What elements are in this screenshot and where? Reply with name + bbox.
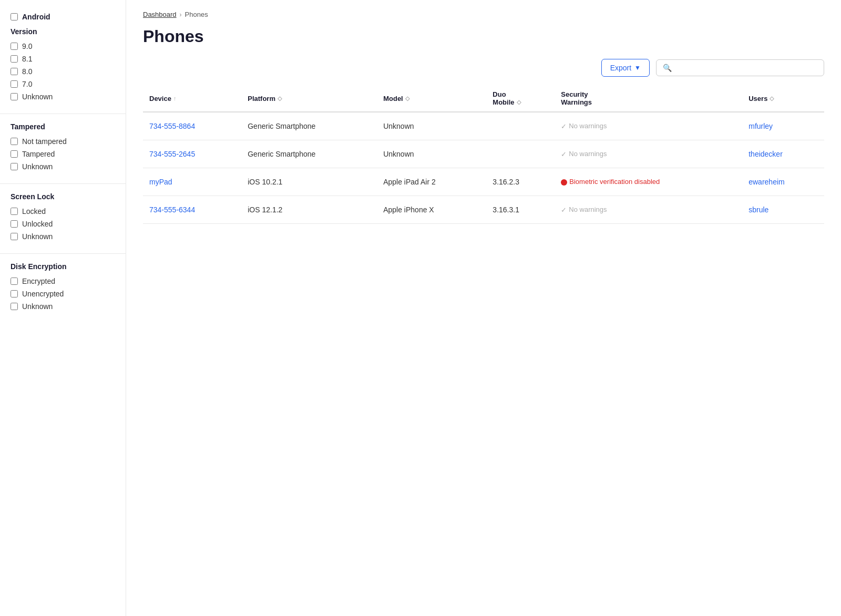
model-value: Apple iPhone X bbox=[383, 206, 434, 214]
col-device[interactable]: Device ↑ bbox=[143, 85, 241, 112]
cell-security: ✓ No warnings bbox=[555, 112, 742, 140]
list-item: Unencrypted bbox=[11, 288, 115, 300]
android-checkbox[interactable] bbox=[11, 13, 18, 20]
not-tampered-label: Not tampered bbox=[22, 137, 67, 146]
user-link[interactable]: mfurley bbox=[748, 122, 773, 130]
cell-model: Apple iPhone X bbox=[377, 196, 486, 224]
screen-lock-title: Screen Lock bbox=[11, 192, 115, 201]
col-duo-mobile-label2: Mobile ◇ bbox=[493, 98, 520, 106]
list-item: Unknown bbox=[11, 160, 115, 173]
no-warnings-indicator: ✓ No warnings bbox=[561, 122, 736, 130]
tampered-unknown-checkbox[interactable] bbox=[11, 163, 18, 170]
device-link[interactable]: 734-555-2645 bbox=[149, 150, 195, 158]
page-title: Phones bbox=[143, 27, 824, 46]
list-item: Unknown bbox=[11, 230, 115, 243]
list-item: 9.0 bbox=[11, 40, 115, 53]
main-content: Dashboard › Phones Phones Export ▼ 🔍 bbox=[126, 0, 841, 616]
breadcrumb: Dashboard › Phones bbox=[143, 11, 824, 18]
version-80-checkbox[interactable] bbox=[11, 68, 18, 75]
cell-device: myPad bbox=[143, 168, 241, 196]
screen-lock-unknown-checkbox[interactable] bbox=[11, 233, 18, 240]
device-link[interactable]: myPad bbox=[149, 178, 172, 186]
tampered-unknown-label: Unknown bbox=[22, 162, 53, 171]
version-section: Version 9.0 8.1 8.0 7.0 Unknown bbox=[0, 23, 126, 109]
col-model[interactable]: Model ◇ bbox=[377, 85, 486, 112]
user-link[interactable]: ewareheim bbox=[748, 178, 784, 186]
sort-icon-platform: ◇ bbox=[278, 95, 282, 102]
encrypted-checkbox[interactable] bbox=[11, 278, 18, 285]
tampered-label: Tampered bbox=[22, 150, 55, 158]
model-value: Apple iPad Air 2 bbox=[383, 178, 436, 186]
unlocked-checkbox[interactable] bbox=[11, 220, 18, 228]
list-item: Locked bbox=[11, 205, 115, 218]
list-item: Unknown bbox=[11, 90, 115, 103]
list-item: Unlocked bbox=[11, 218, 115, 230]
cell-platform: Generic Smartphone bbox=[241, 112, 377, 140]
encrypted-label: Encrypted bbox=[22, 277, 55, 285]
user-link[interactable]: theidecker bbox=[748, 150, 783, 158]
search-input[interactable] bbox=[676, 64, 817, 72]
tampered-checkbox[interactable] bbox=[11, 150, 18, 158]
version-70-checkbox[interactable] bbox=[11, 80, 18, 88]
table-header-row: Device ↑ Platform ◇ Mode bbox=[143, 85, 824, 112]
sort-icon-users: ◇ bbox=[770, 95, 774, 102]
list-item: Tampered bbox=[11, 148, 115, 160]
no-warnings-text: No warnings bbox=[569, 150, 607, 158]
col-device-label: Device bbox=[149, 95, 171, 102]
cell-platform: iOS 10.2.1 bbox=[241, 168, 377, 196]
platform-value: iOS 10.2.1 bbox=[248, 178, 282, 186]
checkmark-icon: ✓ bbox=[561, 206, 567, 214]
cell-security: ✓ No warnings bbox=[555, 140, 742, 168]
export-button[interactable]: Export ▼ bbox=[601, 59, 650, 77]
platform-value: Generic Smartphone bbox=[248, 122, 315, 130]
device-link[interactable]: 734-555-8864 bbox=[149, 122, 195, 130]
cell-security: ✓ No warnings bbox=[555, 196, 742, 224]
version-70-label: 7.0 bbox=[22, 80, 32, 88]
android-filter-header: Android bbox=[0, 8, 126, 23]
tampered-section: Tampered Not tampered Tampered Unknown bbox=[0, 118, 126, 179]
table-row: 734-555-2645 Generic Smartphone Unknown bbox=[143, 140, 824, 168]
cell-users: mfurley bbox=[742, 112, 824, 140]
cell-duo-mobile: 3.16.2.3 bbox=[486, 168, 555, 196]
breadcrumb-chevron: › bbox=[180, 11, 182, 18]
no-warnings-text: No warnings bbox=[569, 122, 607, 130]
table-container: Device ↑ Platform ◇ Mode bbox=[143, 85, 824, 224]
phones-table: Device ↑ Platform ◇ Mode bbox=[143, 85, 824, 224]
cell-users: sbrule bbox=[742, 196, 824, 224]
version-9-checkbox[interactable] bbox=[11, 43, 18, 50]
cell-model: Unknown bbox=[377, 140, 486, 168]
device-link[interactable]: 734-555-6344 bbox=[149, 206, 195, 214]
chevron-down-icon: ▼ bbox=[634, 64, 641, 71]
toolbar: Export ▼ 🔍 bbox=[143, 59, 824, 77]
model-value: Unknown bbox=[383, 122, 414, 130]
version-81-checkbox[interactable] bbox=[11, 55, 18, 63]
cell-device: 734-555-6344 bbox=[143, 196, 241, 224]
cell-platform: Generic Smartphone bbox=[241, 140, 377, 168]
table-row: 734-555-6344 iOS 12.1.2 Apple iPhone X 3… bbox=[143, 196, 824, 224]
sort-asc-icon: ↑ bbox=[173, 95, 177, 101]
table-row: myPad iOS 10.2.1 Apple iPad Air 2 3.16.2… bbox=[143, 168, 824, 196]
locked-checkbox[interactable] bbox=[11, 208, 18, 215]
user-link[interactable]: sbrule bbox=[748, 206, 768, 214]
breadcrumb-dashboard[interactable]: Dashboard bbox=[143, 11, 177, 18]
no-warnings-indicator: ✓ No warnings bbox=[561, 206, 736, 214]
list-item: 7.0 bbox=[11, 78, 115, 90]
version-unknown-checkbox[interactable] bbox=[11, 93, 18, 100]
model-value: Unknown bbox=[383, 150, 414, 158]
breadcrumb-current: Phones bbox=[185, 11, 208, 18]
unencrypted-checkbox[interactable] bbox=[11, 290, 18, 297]
encryption-unknown-checkbox[interactable] bbox=[11, 303, 18, 310]
list-item: 8.0 bbox=[11, 65, 115, 78]
col-users[interactable]: Users ◇ bbox=[742, 85, 824, 112]
col-duo-mobile[interactable]: Duo Mobile ◇ bbox=[486, 85, 555, 112]
col-platform[interactable]: Platform ◇ bbox=[241, 85, 377, 112]
cell-security: Biometric verification disabled bbox=[555, 168, 742, 196]
list-item: 8.1 bbox=[11, 53, 115, 65]
screen-lock-unknown-label: Unknown bbox=[22, 232, 53, 241]
divider bbox=[0, 183, 126, 184]
version-unknown-label: Unknown bbox=[22, 93, 53, 101]
cell-model: Apple iPad Air 2 bbox=[377, 168, 486, 196]
list-item: Unknown bbox=[11, 300, 115, 313]
export-label: Export bbox=[610, 64, 631, 72]
not-tampered-checkbox[interactable] bbox=[11, 138, 18, 145]
